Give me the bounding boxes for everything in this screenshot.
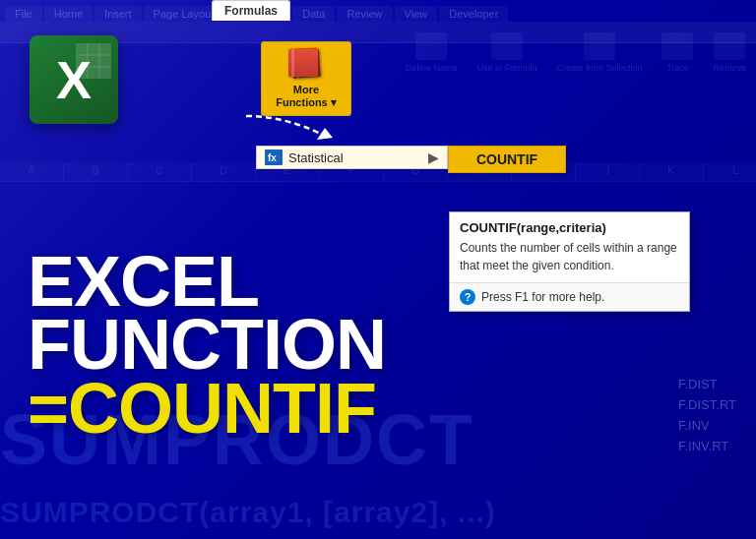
tooltip-description: Counts the number of cells within a rang… <box>450 239 689 282</box>
bg-ribbon-text-5: Remove <box>713 63 746 73</box>
tab-bg-view: View <box>395 6 438 22</box>
right-menu-fdist-rt: F.DIST.RT <box>678 394 736 415</box>
help-text: Press F1 for more help. <box>481 290 604 304</box>
tab-bg-data: Data <box>292 6 335 22</box>
bg-ribbon-text-4: Trace <box>666 63 689 73</box>
tab-bg-developer: Developer <box>439 6 508 22</box>
col-a: A <box>0 162 64 182</box>
right-menu-finv-rt: F.INV.RT <box>678 436 736 456</box>
main-title: EXCEL FUNCTION =COUNTIF <box>28 250 386 441</box>
statistical-submenu-arrow: ▶ <box>428 150 439 165</box>
bg-sumprod2-text: SUMPRODCT(array1, [array2], ...) <box>0 496 496 529</box>
book-stack-icon <box>288 48 324 80</box>
col-d: D <box>192 162 256 182</box>
tooltip-title: COUNTIF(range,criteria) <box>450 212 689 239</box>
statistical-menu-item[interactable]: fx Statistical ▶ <box>256 146 448 169</box>
bg-ribbon-text-3: Create from Selection <box>556 63 642 73</box>
statistical-fx-icon: fx <box>267 151 281 163</box>
tooltip-box: COUNTIF(range,criteria) Counts the numbe… <box>449 211 690 312</box>
bg-ribbon-text-2: Use in Formula <box>476 63 536 73</box>
formulas-tab[interactable]: Formulas <box>212 0 290 21</box>
col-c: C <box>128 162 192 182</box>
tab-bg-review: Review <box>337 6 392 22</box>
help-icon-symbol: ? <box>465 291 472 303</box>
right-menu-items: F.DIST F.DIST.RT F.INV F.INV.RT <box>678 374 736 456</box>
col-j: J <box>576 162 640 182</box>
more-functions-button[interactable]: MoreFunctions ▾ <box>261 41 351 116</box>
more-functions-icon <box>288 48 324 80</box>
tooltip-footer: ? Press F1 for more help. <box>450 282 689 311</box>
help-icon[interactable]: ? <box>460 289 475 305</box>
countif-menu-item[interactable]: COUNTIF <box>448 146 566 173</box>
tab-bg-file: File <box>5 6 42 22</box>
title-line-excel: EXCEL <box>28 250 386 314</box>
excel-logo-inner: X <box>30 35 118 124</box>
bg-ribbon-text-1: Define Name <box>406 63 458 73</box>
col-k: K <box>640 162 704 182</box>
right-menu-fdist: F.DIST <box>678 374 736 394</box>
title-line-countif: =COUNTIF <box>28 377 386 441</box>
svg-text:fx: fx <box>268 152 277 163</box>
more-functions-label: MoreFunctions ▾ <box>276 84 337 109</box>
excel-logo: X <box>30 35 118 124</box>
col-b: B <box>64 162 128 182</box>
excel-x-letter: X <box>56 53 92 106</box>
title-line-function: FUNCTION <box>28 313 386 377</box>
right-menu-finv: F.INV <box>678 415 736 436</box>
statistical-label: Statistical <box>288 150 422 165</box>
col-l: L <box>704 162 756 182</box>
tab-bg-home: Home <box>44 6 93 22</box>
statistical-icon: fx <box>265 150 283 165</box>
svg-marker-5 <box>317 128 333 140</box>
book-3 <box>288 49 318 77</box>
tabs-background: File Home Insert Page Layout Formulas Da… <box>0 0 756 22</box>
tab-bg-insert: Insert <box>94 6 142 22</box>
